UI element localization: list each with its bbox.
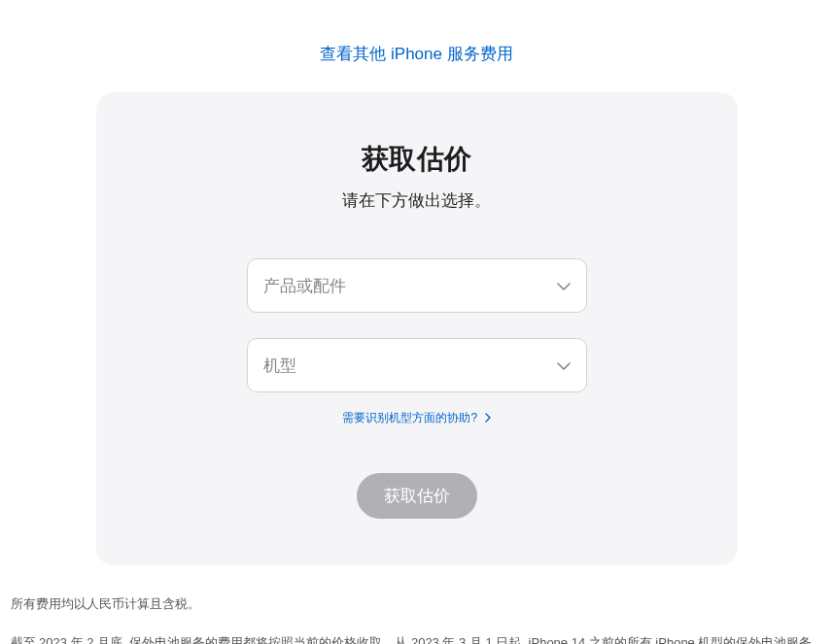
footnote-currency: 所有费用均以人民币计算且含税。 [11,593,823,616]
footnotes: 所有费用均以人民币计算且含税。 截至 2023 年 2 月底, 保外电池服务的费… [11,593,823,644]
model-select[interactable]: 机型 [247,338,587,392]
product-select-placeholder: 产品或配件 [263,275,346,297]
get-estimate-button[interactable]: 获取估价 [357,473,477,519]
model-select-placeholder: 机型 [263,355,296,377]
footnote-price-change-text: 截至 2023 年 2 月底, 保外电池服务的费用都将按照当前的价格收取。从 2… [11,635,813,644]
card-subtitle: 请在下方做出选择。 [143,189,691,212]
chevron-down-icon [557,276,571,295]
other-fees-link-wrap: 查看其他 iPhone 服务费用 [10,43,823,65]
product-select[interactable]: 产品或配件 [247,258,587,313]
footnote-price-change: 截至 2023 年 2 月底, 保外电池服务的费用都将按照当前的价格收取。从 2… [11,631,823,644]
card-title: 获取估价 [143,141,691,178]
help-link-wrap: 需要识别机型方面的协助? [143,410,691,426]
product-select-wrap: 产品或配件 [247,258,587,313]
help-link-label: 需要识别机型方面的协助? [342,411,477,424]
estimate-card: 获取估价 请在下方做出选择。 产品或配件 机型 需要识别机型方面的协助? [96,92,738,565]
model-select-wrap: 机型 [247,338,587,392]
identify-model-help-link[interactable]: 需要识别机型方面的协助? [342,411,490,424]
other-fees-link[interactable]: 查看其他 iPhone 服务费用 [320,45,512,63]
chevron-right-icon [485,412,491,425]
chevron-down-icon [557,356,571,375]
